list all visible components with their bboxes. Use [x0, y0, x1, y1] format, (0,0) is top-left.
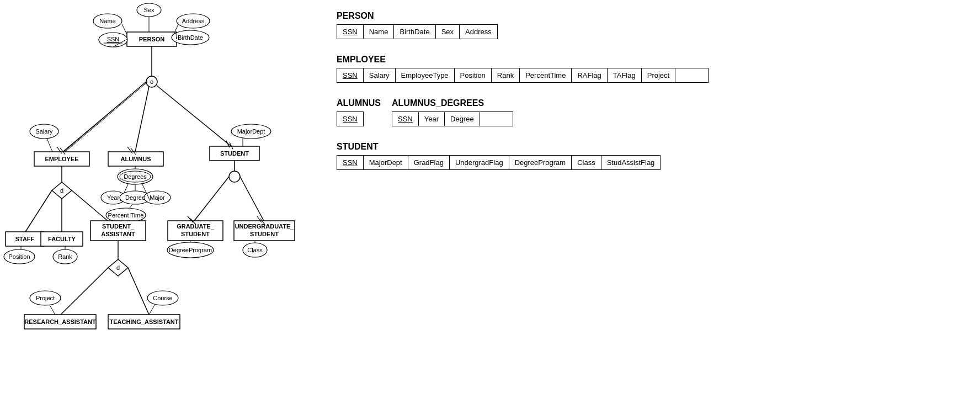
svg-line-31 [47, 139, 52, 152]
employee-col-position: Position [455, 68, 492, 83]
employee-col-rank: Rank [492, 68, 520, 83]
svg-text:STAFF: STAFF [15, 236, 35, 242]
svg-text:Percent Time: Percent Time [108, 212, 144, 219]
alumnus-title: ALUMNUS [337, 98, 381, 108]
svg-line-57 [194, 177, 229, 221]
alumdeg-col-degree: Degree [445, 111, 480, 126]
employee-col-taflag: TAFlag [608, 68, 642, 83]
student-col-studassistflag: StudAssistFlag [601, 155, 661, 170]
svg-text:Position: Position [8, 253, 30, 260]
svg-text:Rank: Rank [58, 253, 72, 260]
person-col-birthdate: BirthDate [394, 24, 435, 39]
employee-section: EMPLOYEE SSN Salary EmployeeType Positio… [337, 55, 963, 83]
svg-line-25 [157, 86, 235, 149]
svg-line-94 [128, 268, 149, 315]
alumdeg-col-ssn: SSN [392, 111, 419, 126]
alumnus-row: ALUMNUS SSN ALUMNUS_DEGREES SSN Year Deg… [337, 98, 963, 126]
employee-col-salary: Salary [364, 68, 396, 83]
svg-text:EMPLOYEE: EMPLOYEE [45, 156, 78, 162]
student-col-degreeprogram: DegreeProgram [509, 155, 572, 170]
svg-text:STUDENT: STUDENT [220, 150, 249, 157]
student-col-gradflag: GradFlag [408, 155, 450, 170]
student-table: SSN MajorDept GradFlag UndergradFlag Deg… [337, 155, 963, 170]
employee-col-raflag: RAFlag [572, 68, 607, 83]
schema-tables: PERSON SSN Name BirthDate Sex Address EM… [320, 0, 980, 404]
svg-text:FACULTY: FACULTY [48, 236, 76, 242]
employee-table: SSN Salary EmployeeType Position Rank Pe… [337, 68, 963, 83]
alumnus-degrees-title: ALUMNUS_DEGREES [392, 98, 513, 108]
employee-title: EMPLOYEE [337, 55, 963, 65]
alumnus-group: ALUMNUS SSN [337, 98, 381, 126]
svg-text:d: d [116, 264, 120, 271]
alumnus-section: ALUMNUS SSN ALUMNUS_DEGREES SSN Year Deg… [337, 98, 963, 126]
svg-text:o: o [150, 78, 153, 85]
svg-text:Salary: Salary [35, 128, 53, 135]
svg-text:RESEARCH_ASSISTANT: RESEARCH_ASSISTANT [24, 318, 96, 325]
employee-col-percenttime: PercentTime [520, 68, 572, 83]
person-title: PERSON [337, 11, 963, 21]
student-col-undergradflag: UndergradFlag [450, 155, 509, 170]
person-table: SSN Name BirthDate Sex Address [337, 24, 963, 39]
svg-text:Degree: Degree [125, 194, 145, 201]
employee-col-ssn: SSN [337, 68, 364, 83]
alumnus-degrees-table: SSN Year Degree [392, 111, 513, 126]
svg-text:d: d [60, 187, 63, 194]
person-col-name: Name [364, 24, 395, 39]
employee-col-emptype: EmployeeType [396, 68, 455, 83]
person-col-ssn: SSN [337, 24, 364, 39]
svg-text:Year: Year [107, 194, 120, 201]
alumdeg-col-empty [480, 111, 513, 126]
person-section: PERSON SSN Name BirthDate Sex Address [337, 11, 963, 39]
alumnus-col-ssn: SSN [337, 111, 364, 126]
svg-line-58 [240, 177, 264, 221]
student-col-class: Class [572, 155, 601, 170]
student-title: STUDENT [337, 142, 963, 152]
svg-text:ASSISTANT: ASSISTANT [101, 231, 135, 237]
svg-text:Name: Name [99, 18, 115, 24]
student-col-majordept: MajorDept [364, 155, 408, 170]
svg-text:PERSON: PERSON [139, 36, 165, 42]
svg-text:Sex: Sex [144, 7, 155, 13]
svg-line-105 [65, 82, 148, 152]
svg-text:STUDENT_: STUDENT_ [102, 223, 135, 230]
svg-text:STUDENT: STUDENT [181, 231, 210, 237]
person-col-sex: Sex [436, 24, 460, 39]
svg-line-49 [130, 204, 132, 208]
employee-col-empty [675, 68, 709, 83]
student-section: STUDENT SSN MajorDept GradFlag Undergrad… [337, 142, 963, 170]
er-diagram: PERSON Name Sex SSN Address BirthDate o [0, 0, 309, 404]
svg-text:Class: Class [247, 247, 263, 253]
svg-text:Major: Major [150, 194, 165, 201]
svg-point-55 [229, 171, 240, 182]
svg-text:TEACHING_ASSISTANT: TEACHING_ASSISTANT [109, 318, 178, 325]
svg-text:Project: Project [36, 295, 55, 301]
svg-text:BirthDate: BirthDate [178, 34, 203, 41]
svg-text:STUDENT: STUDENT [250, 231, 279, 237]
svg-line-26 [61, 82, 146, 153]
svg-line-104 [149, 305, 155, 315]
alumnus-table: SSN [337, 111, 381, 126]
alumnus-degrees-group: ALUMNUS_DEGREES SSN Year Degree [392, 98, 513, 126]
svg-text:ALUMNUS: ALUMNUS [121, 156, 151, 162]
svg-text:MajorDept: MajorDept [237, 128, 265, 135]
alumdeg-col-year: Year [419, 111, 445, 126]
svg-text:SSN: SSN [107, 36, 120, 42]
person-col-address: Address [460, 24, 498, 39]
svg-text:Degrees: Degrees [124, 173, 147, 180]
svg-line-93 [61, 268, 108, 315]
svg-text:Address: Address [182, 18, 205, 24]
svg-text:DegreeProgram: DegreeProgram [169, 247, 212, 253]
student-col-ssn: SSN [337, 155, 364, 170]
svg-text:Course: Course [153, 295, 172, 301]
employee-col-project: Project [642, 68, 675, 83]
svg-line-4 [122, 24, 127, 34]
svg-line-74 [25, 190, 52, 232]
svg-line-24 [135, 87, 149, 152]
svg-line-101 [50, 305, 55, 315]
